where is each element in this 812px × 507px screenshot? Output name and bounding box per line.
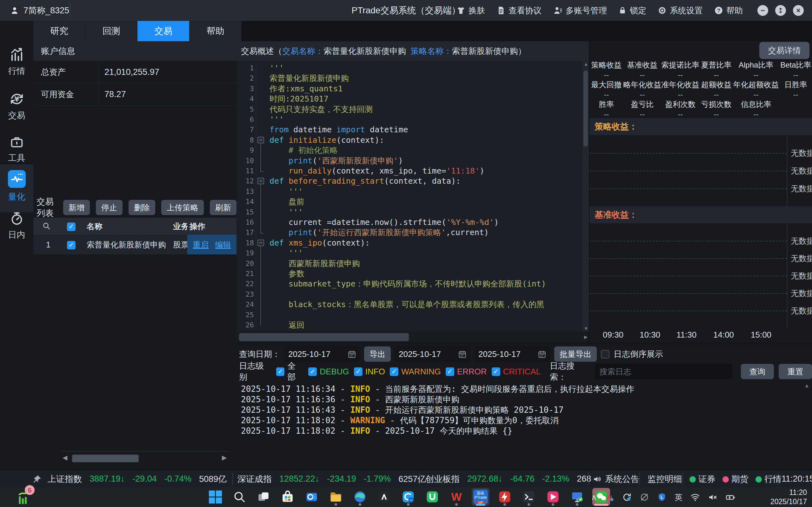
editor-hscrollbar[interactable]: ▶ <box>236 332 589 343</box>
log-entry: 2025-10-17 11:16:36 - INFO - 西蒙斯新股新债申购 <box>241 394 801 405</box>
tray-chevron-icon[interactable]: ∧ <box>591 493 597 502</box>
level-checkbox-DEBUG[interactable]: ✓ <box>308 368 317 376</box>
tray-sync-icon[interactable] <box>622 492 632 502</box>
vscroll-down-arrow[interactable]: ▼ <box>584 326 588 331</box>
batch-export-button[interactable]: 批量导出 <box>554 346 597 362</box>
terminal-icon[interactable] <box>520 488 538 506</box>
log-query-button[interactable]: 查询 <box>741 364 774 379</box>
tab-帮助[interactable]: 帮助 <box>190 21 241 41</box>
sidebar-item-行情[interactable]: 行情 <box>0 47 33 77</box>
level-checkbox-全部[interactable]: ✓ <box>276 368 284 376</box>
reverse-order-checkbox[interactable]: ✓ <box>601 350 609 358</box>
uu-icon[interactable] <box>424 488 441 506</box>
tray-shield-icon[interactable]: L <box>657 492 667 502</box>
export-button[interactable]: 导出 <box>364 346 391 362</box>
system-announcement[interactable]: 系统公告 <box>592 470 639 488</box>
search-icon[interactable] <box>230 488 248 506</box>
taskview-icon[interactable] <box>255 488 272 506</box>
chart-axis <box>787 135 787 206</box>
tray-dim-icon[interactable] <box>640 492 649 502</box>
editor-hscroll-thumb[interactable] <box>239 333 409 341</box>
tab-交易[interactable]: 交易 <box>138 21 190 41</box>
titlebar-menu-多账号管理[interactable]: 多账号管理 <box>553 5 607 16</box>
legion-icon[interactable] <box>375 488 393 506</box>
explorer-icon[interactable] <box>327 488 345 506</box>
capcut-icon[interactable] <box>544 488 562 506</box>
新增-button[interactable]: 新增 <box>63 200 90 215</box>
hscroll-thumb[interactable] <box>72 455 139 462</box>
tab-研究[interactable]: 研究 <box>33 21 86 41</box>
titlebar-menu-帮助[interactable]: ?帮助 <box>714 5 743 16</box>
hscroll-left-arrow[interactable]: ◀ <box>62 454 67 461</box>
level-checkbox-CRITICAL[interactable]: ✓ <box>492 368 500 376</box>
taskbar-clock[interactable]: 11:20 2025/10/17 <box>770 488 807 506</box>
sidebar-item-工具[interactable]: 工具 <box>0 134 33 164</box>
trade-table-row[interactable]: 1✓索普量化新股新债申购股票重启编辑 <box>33 235 236 255</box>
tray-battery-icon[interactable] <box>725 492 736 502</box>
restore-icon[interactable] <box>775 5 786 16</box>
line-number: 17 <box>236 227 254 238</box>
sidebar-item-日内[interactable]: 日内 <box>0 211 33 240</box>
titlebar-menu-系统设置[interactable]: 系统设置 <box>658 5 703 16</box>
titlebar-menu-查看协议[interactable]: 查看协议 <box>496 5 542 16</box>
log-search-input[interactable]: 搜索日志 <box>595 364 732 379</box>
esign-icon[interactable]: AI <box>399 488 417 506</box>
notification-badge: 6 <box>25 485 35 495</box>
刷新-button[interactable]: 刷新 <box>210 200 236 215</box>
停止-button[interactable]: 停止 <box>96 200 122 215</box>
pcmanager-icon[interactable] <box>568 488 586 506</box>
outlook-icon[interactable] <box>303 488 321 506</box>
code-area[interactable]: 1'''2索普量化新股新债申购3作者:xms_quants14时间:202510… <box>236 61 583 332</box>
export-start-date-input[interactable]: 2025-10-17 <box>395 346 471 362</box>
tray-wps-icon[interactable]: W <box>605 492 614 502</box>
vscroll-thumb[interactable] <box>584 70 588 147</box>
code-text: 代码只支持实盘，不支持回测 <box>268 104 373 115</box>
svg-text:AI: AI <box>410 498 413 502</box>
log-reset-button[interactable]: 重置 <box>779 364 812 379</box>
titlebar-menu-换肤[interactable]: 换肤 <box>456 5 485 16</box>
tray-mute-icon[interactable] <box>708 492 717 502</box>
vscroll-up-arrow[interactable]: ▲ <box>584 62 588 67</box>
store-icon[interactable] <box>279 488 296 506</box>
tray-ime-icon[interactable]: 英 <box>674 492 683 503</box>
编辑-link[interactable]: 编辑 <box>215 239 231 250</box>
titlebar-menu-锁定[interactable]: 锁定 <box>618 5 646 16</box>
close-icon[interactable]: × <box>793 5 804 16</box>
export-end-date-input[interactable]: 2025-10-17 <box>475 346 550 362</box>
fold-marker[interactable]: − <box>258 178 264 184</box>
row-checkbox[interactable]: ✓ <box>67 240 75 249</box>
level-CRITICAL: ✓CRITICAL <box>492 367 541 377</box>
上传策略-button[interactable]: 上传策略 <box>161 200 204 215</box>
ptrade-icon[interactable]: 国金PTradeVIP <box>472 488 489 506</box>
account-user[interactable]: 7简称_8325 <box>0 3 70 18</box>
stock-app-shortcut[interactable]: 6 <box>16 489 33 505</box>
log-entry: 2025-10-17 11:16:34 - INFO - 当前服务器配置为: 交… <box>241 384 801 394</box>
level-checkbox-ERROR[interactable]: ✓ <box>446 368 454 376</box>
flash-icon[interactable] <box>496 488 513 506</box>
query-date-input[interactable]: 2025-10-17 <box>284 346 360 362</box>
level-checkbox-INFO[interactable]: ✓ <box>354 368 363 376</box>
editor-vscrollbar[interactable]: ▲ ▼ <box>583 61 589 332</box>
sidebar-item-交易[interactable]: ¥交易 <box>0 92 33 121</box>
windows-start-icon[interactable] <box>206 488 224 506</box>
trade-detail-button[interactable]: 交易详情 <box>759 42 809 59</box>
minimize-icon[interactable]: − <box>757 5 768 16</box>
wps-icon[interactable]: W <box>447 488 465 506</box>
fold-column <box>256 268 268 279</box>
hscroll-right-arrow[interactable]: ▶ <box>584 334 588 339</box>
hscroll-right-arrow[interactable]: ▶ <box>222 454 227 461</box>
tray-wifi-icon[interactable] <box>691 492 700 502</box>
monitor-detail[interactable]: 监控明细 <box>648 470 682 488</box>
pin-icon[interactable] <box>33 474 42 484</box>
search-icon[interactable] <box>42 222 50 230</box>
sidebar-item-量化[interactable]: 量化 <box>0 164 33 212</box>
fold-marker[interactable]: − <box>258 239 264 246</box>
log-scroll-up-arrow[interactable]: ▲ <box>804 383 809 389</box>
重启-link[interactable]: 重启 <box>193 239 209 250</box>
tab-回测[interactable]: 回测 <box>86 21 138 41</box>
edge-icon[interactable] <box>351 488 369 506</box>
level-checkbox-WARNING[interactable]: ✓ <box>390 368 398 376</box>
删除-button[interactable]: 删除 <box>128 200 155 215</box>
fold-marker[interactable]: − <box>258 137 264 144</box>
select-all-checkbox[interactable]: ✓ <box>67 221 75 231</box>
